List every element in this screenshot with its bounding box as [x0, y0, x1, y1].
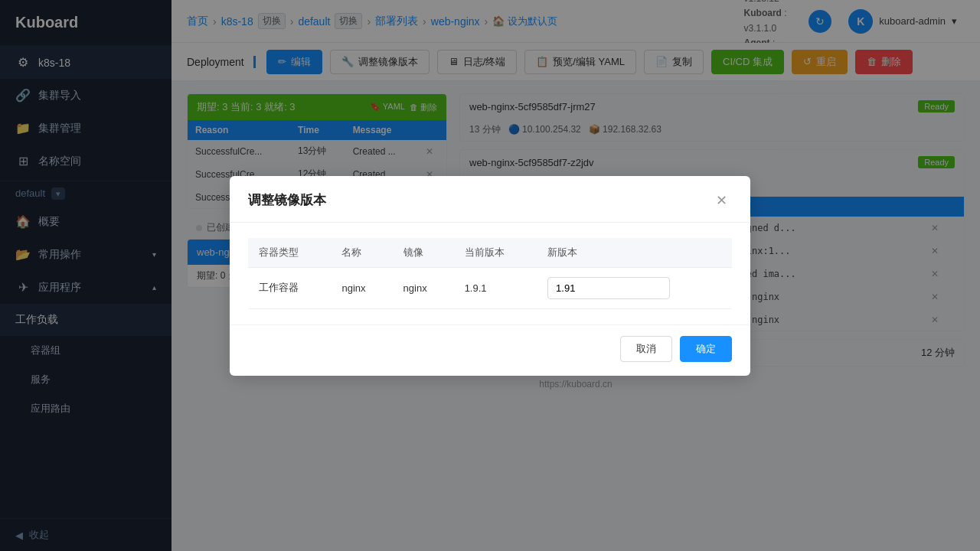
modal-overlay: 调整镜像版本 ✕ 容器类型 名称 镜像 当前版本 新版本 工作容器	[0, 0, 980, 551]
new-version-cell	[537, 267, 732, 308]
col-current-version: 当前版本	[454, 238, 537, 268]
modal-title: 调整镜像版本	[248, 191, 326, 209]
modal-header: 调整镜像版本 ✕	[230, 176, 750, 223]
col-new-version: 新版本	[537, 238, 732, 268]
new-version-input[interactable]	[547, 277, 670, 299]
col-name: 名称	[331, 238, 392, 268]
image-cell: nginx	[393, 267, 454, 308]
col-container-type: 容器类型	[248, 238, 331, 268]
modal-table: 容器类型 名称 镜像 当前版本 新版本 工作容器 nginx nginx 1.9…	[248, 238, 732, 309]
modal-footer: 取消 确定	[230, 324, 750, 376]
modal-body: 容器类型 名称 镜像 当前版本 新版本 工作容器 nginx nginx 1.9…	[230, 223, 750, 324]
modal-dialog: 调整镜像版本 ✕ 容器类型 名称 镜像 当前版本 新版本 工作容器	[230, 176, 750, 376]
modal-table-header-row: 容器类型 名称 镜像 当前版本 新版本	[248, 238, 732, 268]
container-type-cell: 工作容器	[248, 267, 331, 308]
col-image: 镜像	[393, 238, 454, 268]
modal-table-row: 工作容器 nginx nginx 1.9.1	[248, 267, 732, 308]
cancel-button[interactable]: 取消	[620, 336, 672, 362]
name-cell: nginx	[331, 267, 392, 308]
current-version-cell: 1.9.1	[454, 267, 537, 308]
confirm-button[interactable]: 确定	[680, 336, 732, 362]
modal-close-button[interactable]: ✕	[710, 190, 732, 211]
